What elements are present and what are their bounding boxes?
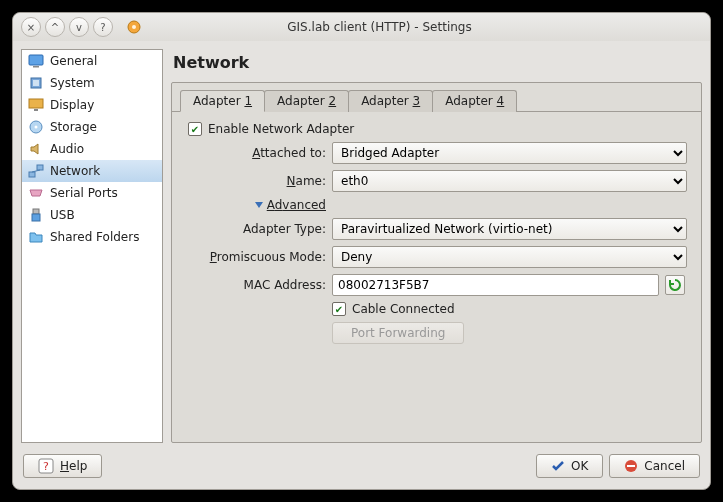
usb-icon <box>28 207 44 223</box>
network-panel: Adapter 1 Adapter 2 Adapter 3 Adapter 4 … <box>171 82 702 443</box>
folder-icon <box>28 229 44 245</box>
sidebar-item-display[interactable]: Display <box>22 94 162 116</box>
enable-adapter-label: Enable Network Adapter <box>208 122 354 136</box>
close-window-button[interactable]: × <box>21 17 41 37</box>
tab-adapter-4[interactable]: Adapter 4 <box>432 90 517 112</box>
page-title: Network <box>171 49 702 82</box>
help-icon: ? <box>38 458 54 474</box>
svg-rect-17 <box>627 465 635 467</box>
sidebar-item-audio[interactable]: Audio <box>22 138 162 160</box>
display-icon <box>28 97 44 113</box>
tab-adapter-2[interactable]: Adapter 2 <box>264 90 349 112</box>
cancel-button[interactable]: Cancel <box>609 454 700 478</box>
sidebar-item-serial-ports[interactable]: Serial Ports <box>22 182 162 204</box>
sidebar-item-system[interactable]: System <box>22 72 162 94</box>
adapter-type-label: Adapter Type: <box>186 222 326 236</box>
cancel-icon <box>624 459 638 473</box>
port-forwarding-button: Port Forwarding <box>332 322 464 344</box>
svg-rect-5 <box>33 80 39 86</box>
enable-adapter-checkbox[interactable] <box>188 122 202 136</box>
sidebar-item-label: System <box>50 76 95 90</box>
sidebar-item-usb[interactable]: USB <box>22 204 162 226</box>
help-button-label: Help <box>60 459 87 473</box>
svg-rect-7 <box>34 109 38 111</box>
adapter-tabs: Adapter 1 Adapter 2 Adapter 3 Adapter 4 <box>172 83 701 112</box>
sidebar-item-shared-folders[interactable]: Shared Folders <box>22 226 162 248</box>
svg-rect-2 <box>29 55 43 65</box>
ok-button[interactable]: OK <box>536 454 603 478</box>
name-dropdown[interactable]: eth0 <box>332 170 687 192</box>
svg-rect-12 <box>33 209 39 214</box>
ok-check-icon <box>551 459 565 473</box>
sidebar-item-storage[interactable]: Storage <box>22 116 162 138</box>
window-title: GIS.lab client (HTTP) - Settings <box>57 20 702 34</box>
chevron-down-icon <box>255 202 263 208</box>
sidebar-item-label: Display <box>50 98 94 112</box>
svg-rect-10 <box>29 172 35 177</box>
sidebar-item-label: Storage <box>50 120 97 134</box>
monitor-icon <box>28 53 44 69</box>
sidebar-item-label: Shared Folders <box>50 230 139 244</box>
sidebar-item-label: Network <box>50 164 100 178</box>
svg-rect-3 <box>33 66 39 68</box>
settings-window: × ^ v ? GIS.lab client (HTTP) - Settings… <box>12 12 711 490</box>
regenerate-mac-button[interactable] <box>665 275 685 295</box>
sidebar-item-label: Audio <box>50 142 84 156</box>
name-label: Name: <box>186 174 326 188</box>
mac-address-label: MAC Address: <box>186 278 326 292</box>
sidebar-item-label: Serial Ports <box>50 186 118 200</box>
attached-to-dropdown[interactable]: Bridged Adapter <box>332 142 687 164</box>
sidebar: General System Display Storage Audio Net… <box>21 49 163 443</box>
tab-adapter-3[interactable]: Adapter 3 <box>348 90 433 112</box>
content-area: Network Adapter 1 Adapter 2 Adapter 3 Ad… <box>171 49 702 443</box>
dialog-footer: ? Help OK Cancel <box>13 451 710 489</box>
mac-address-input[interactable] <box>332 274 659 296</box>
promiscuous-mode-label: Promiscuous Mode: <box>186 250 326 264</box>
ok-button-label: OK <box>571 459 588 473</box>
network-icon <box>28 163 44 179</box>
cable-connected-checkbox[interactable] <box>332 302 346 316</box>
cable-connected-label: Cable Connected <box>352 302 455 316</box>
speaker-icon <box>28 141 44 157</box>
refresh-icon <box>668 278 682 292</box>
svg-rect-13 <box>32 214 40 221</box>
disk-icon <box>28 119 44 135</box>
sidebar-item-network[interactable]: Network <box>22 160 162 182</box>
sidebar-item-label: General <box>50 54 97 68</box>
help-button[interactable]: ? Help <box>23 454 102 478</box>
cancel-button-label: Cancel <box>644 459 685 473</box>
promiscuous-mode-dropdown[interactable]: Deny <box>332 246 687 268</box>
titlebar: × ^ v ? GIS.lab client (HTTP) - Settings <box>13 13 710 41</box>
window-body: General System Display Storage Audio Net… <box>13 41 710 451</box>
adapter-type-dropdown[interactable]: Paravirtualized Network (virtio-net) <box>332 218 687 240</box>
svg-rect-11 <box>37 165 43 170</box>
chip-icon <box>28 75 44 91</box>
attached-to-label: Attached to: <box>186 146 326 160</box>
svg-point-9 <box>35 126 38 129</box>
svg-rect-6 <box>29 99 43 108</box>
sidebar-item-general[interactable]: General <box>22 50 162 72</box>
sidebar-item-label: USB <box>50 208 75 222</box>
advanced-toggle[interactable]: Advanced <box>255 198 326 212</box>
adapter-form: Enable Network Adapter Attached to: Brid… <box>172 112 701 358</box>
svg-text:?: ? <box>43 460 49 473</box>
serial-icon <box>28 185 44 201</box>
tab-adapter-1[interactable]: Adapter 1 <box>180 90 265 112</box>
